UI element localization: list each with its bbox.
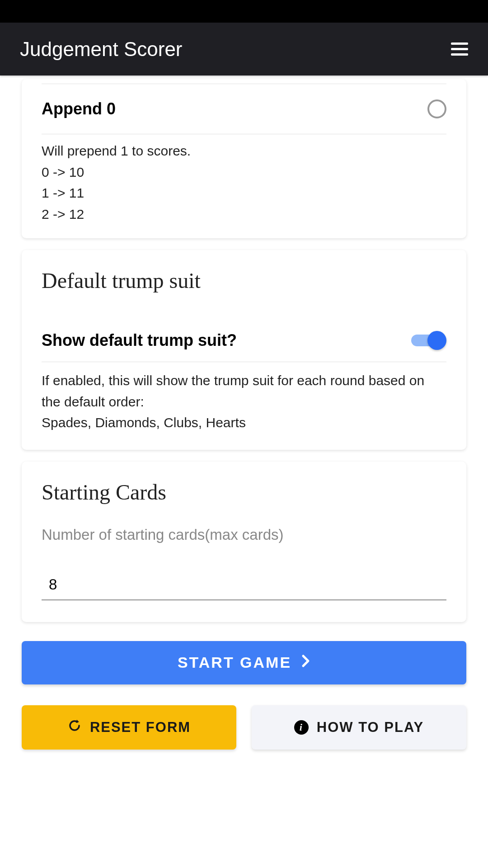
- app-bar: Judgement Scorer: [0, 23, 488, 75]
- trump-toggle-switch[interactable]: [411, 329, 446, 352]
- trump-helper: If enabled, this will show the trump sui…: [42, 362, 446, 434]
- app-title: Judgement Scorer: [20, 38, 183, 61]
- refresh-icon: [67, 718, 82, 736]
- status-bar: [0, 0, 488, 23]
- start-game-label: START GAME: [178, 654, 291, 671]
- append-example-2: 2 -> 12: [42, 204, 446, 225]
- menu-icon[interactable]: [451, 42, 468, 56]
- append-example-0: 0 -> 10: [42, 162, 446, 183]
- info-icon: i: [294, 720, 309, 735]
- main-content: Append 0 Will prepend 1 to scores. 0 -> …: [0, 75, 488, 750]
- starting-field-label: Number of starting cards(max cards): [42, 526, 446, 572]
- append-helper-intro: Will prepend 1 to scores.: [42, 141, 446, 162]
- trump-helper-line1: If enabled, this will show the trump sui…: [42, 370, 446, 412]
- start-game-button[interactable]: START GAME: [22, 641, 466, 684]
- chevron-right-icon: [301, 654, 310, 671]
- how-to-play-label: HOW TO PLAY: [317, 719, 424, 736]
- append-radio[interactable]: [427, 99, 446, 118]
- reset-form-label: RESET FORM: [90, 719, 191, 736]
- trump-toggle-label: Show default trump suit?: [42, 331, 237, 350]
- trump-card: Default trump suit Show default trump su…: [22, 250, 466, 450]
- append-example-1: 1 -> 11: [42, 183, 446, 204]
- reset-form-button[interactable]: RESET FORM: [22, 705, 236, 750]
- append-helper: Will prepend 1 to scores. 0 -> 10 1 -> 1…: [42, 134, 446, 225]
- starting-section-title: Starting Cards: [42, 462, 446, 526]
- scoring-card: Append 0 Will prepend 1 to scores. 0 -> …: [22, 79, 466, 238]
- secondary-button-row: RESET FORM i HOW TO PLAY: [22, 705, 466, 750]
- trump-section-title: Default trump suit: [42, 250, 446, 293]
- starting-cards-card: Starting Cards Number of starting cards(…: [22, 462, 466, 622]
- append-label: Append 0: [42, 99, 116, 118]
- trump-helper-line2: Spades, Diamonds, Clubs, Hearts: [42, 412, 446, 434]
- append-option-row: Append 0: [42, 84, 446, 134]
- how-to-play-button[interactable]: i HOW TO PLAY: [252, 705, 466, 750]
- starting-cards-input[interactable]: [42, 572, 446, 600]
